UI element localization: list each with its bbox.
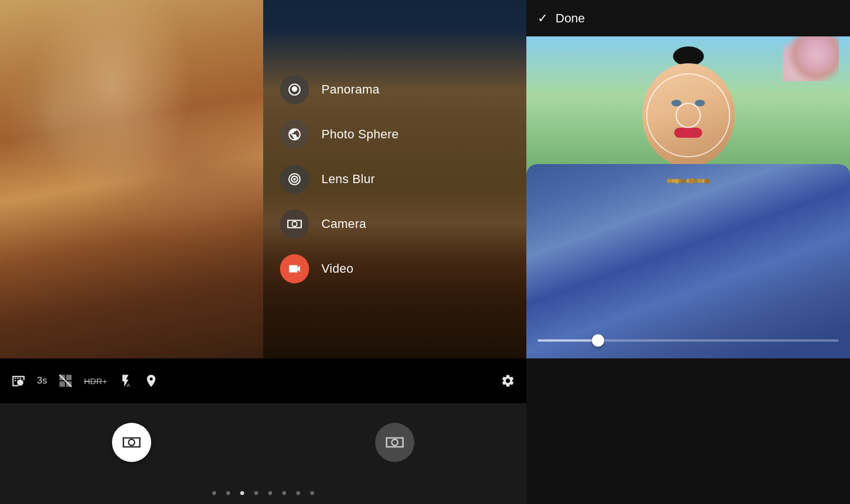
page-dot-4[interactable]	[254, 491, 258, 495]
svg-text:A: A	[127, 382, 130, 388]
shutter-button-main[interactable]	[112, 423, 151, 462]
mode-item-lens-blur[interactable]: Lens Blur	[280, 157, 526, 202]
bottom-right-section	[526, 358, 850, 504]
person-figure	[526, 36, 850, 358]
page-dot-5[interactable]	[268, 491, 272, 495]
shutter-left	[0, 423, 263, 462]
face-area	[526, 63, 850, 167]
camera-panel-right: ✓ Done	[526, 0, 850, 358]
flash-button[interactable]: A	[118, 374, 133, 388]
blur-slider-track	[538, 339, 839, 342]
lens-blur-icon-circle	[280, 165, 309, 194]
main-area: Panorama Photo Sphere Lens Blur	[0, 0, 850, 358]
face-oval	[642, 63, 735, 167]
panorama-icon-circle	[280, 75, 309, 104]
bottom-left-section: 3s HDR+ A	[0, 358, 526, 504]
timer-button[interactable]: 3s	[37, 375, 47, 386]
focus-circle	[646, 73, 730, 157]
exposure-button[interactable]	[11, 374, 26, 388]
page-dot-3[interactable]	[240, 491, 244, 495]
panorama-label: Panorama	[321, 82, 380, 97]
settings-button[interactable]	[501, 374, 515, 388]
video-label: Video	[321, 262, 353, 276]
grid-toggle-button[interactable]	[58, 374, 73, 388]
timer-label: 3s	[37, 375, 47, 386]
bottom-content: 3s HDR+ A	[0, 358, 850, 504]
focus-circle-inner	[676, 102, 701, 128]
panorama-icon	[287, 82, 302, 97]
done-label[interactable]: Done	[555, 11, 585, 26]
done-checkmark-icon: ✓	[538, 11, 548, 26]
jacket	[526, 164, 850, 358]
blur-slider-fill	[538, 339, 598, 342]
mode-item-photo-sphere[interactable]: Photo Sphere	[280, 112, 526, 157]
camera-mode-icon	[287, 217, 302, 231]
page-dot-8[interactable]	[310, 491, 314, 495]
photo-sphere-icon	[287, 127, 302, 142]
camera-panel-left	[0, 0, 263, 358]
blur-slider-thumb[interactable]	[592, 334, 604, 347]
mode-item-camera[interactable]: Camera	[280, 202, 526, 246]
camera-panel-middle: Panorama Photo Sphere Lens Blur	[263, 0, 526, 358]
camera-bg-left	[0, 0, 263, 358]
location-button[interactable]	[144, 374, 158, 388]
mode-item-panorama[interactable]: Panorama	[280, 67, 526, 112]
lens-blur-label: Lens Blur	[321, 172, 375, 186]
portrait-preview	[526, 36, 850, 358]
rock-texture-left	[0, 0, 263, 358]
page-dot-2[interactable]	[226, 491, 230, 495]
video-icon	[287, 262, 302, 276]
shutter-row	[0, 403, 526, 482]
page-dot-6[interactable]	[282, 491, 286, 495]
necklace	[663, 172, 713, 189]
page-dot-1[interactable]	[212, 491, 216, 495]
shutter-middle	[263, 423, 526, 462]
photo-sphere-label: Photo Sphere	[321, 127, 399, 142]
mode-item-video[interactable]: Video	[280, 246, 526, 291]
camera-mode-icon-circle	[280, 209, 309, 239]
lens-blur-icon	[287, 172, 302, 186]
camera-mode-label: Camera	[321, 217, 366, 231]
page-dot-7[interactable]	[296, 491, 300, 495]
done-bar: ✓ Done	[526, 0, 850, 36]
video-icon-circle	[280, 254, 309, 283]
camera-controls-row: 3s HDR+ A	[0, 358, 526, 403]
hdr-button[interactable]: HDR+	[84, 376, 107, 386]
photo-sphere-icon-circle	[280, 120, 309, 149]
shutter-button-secondary[interactable]	[375, 423, 414, 462]
mode-menu: Panorama Photo Sphere Lens Blur	[263, 0, 526, 358]
blur-slider-container	[538, 339, 839, 342]
hdr-label: HDR+	[84, 376, 107, 386]
page-dots	[0, 482, 526, 504]
